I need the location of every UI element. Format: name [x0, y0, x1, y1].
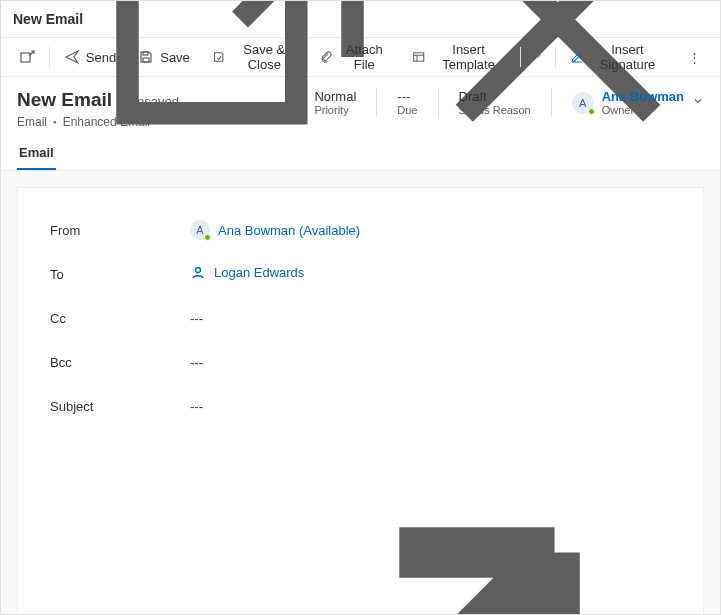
cc-label: Cc [50, 311, 190, 326]
svg-rect-2 [143, 52, 148, 55]
send-label: Send [86, 50, 116, 65]
status-reason-value: Draft [459, 89, 531, 104]
form-selector[interactable]: Enhanced Email [63, 115, 150, 129]
svg-point-5 [196, 267, 201, 272]
insert-signature-button[interactable]: Insert Signature [560, 36, 676, 78]
window-title: New Email [13, 11, 83, 27]
due-label: Due [397, 104, 417, 116]
page-status: - Unsaved [120, 94, 179, 109]
attach-file-button[interactable]: Attach File [309, 36, 400, 78]
save-close-button[interactable]: Save & Close [202, 36, 307, 78]
to-name: Logan Edwards [214, 265, 304, 280]
from-chip[interactable]: A Ana Bowman (Available) [190, 220, 360, 240]
owner-label: Owner [602, 104, 684, 116]
open-icon [19, 49, 35, 65]
due-value: --- [397, 89, 417, 104]
titlebar: New Email [1, 1, 720, 37]
attach-icon [319, 49, 332, 65]
subject-value: --- [190, 399, 671, 414]
attach-label: Attach File [339, 42, 390, 72]
svg-rect-4 [414, 53, 424, 61]
priority-label: Priority [314, 104, 356, 116]
save-icon [138, 49, 154, 65]
avatar: A [572, 92, 594, 114]
bcc-label: Bcc [50, 355, 190, 370]
template-label: Insert Template [431, 42, 505, 72]
chevron-down-icon[interactable] [154, 115, 164, 129]
cc-value: --- [190, 311, 671, 326]
toolbar-divider [520, 47, 521, 67]
header-divider [376, 89, 377, 117]
to-label: To [50, 267, 190, 282]
from-row[interactable]: From A Ana Bowman (Available) [50, 208, 671, 252]
header-divider [438, 89, 439, 117]
status-reason-label: Status Reason [459, 104, 531, 116]
save-close-icon [212, 49, 225, 65]
toolbar-divider [49, 47, 50, 67]
svg-rect-3 [143, 58, 149, 62]
signature-label: Insert Signature [589, 42, 666, 72]
from-name: Ana Bowman (Available) [218, 223, 360, 238]
presence-indicator [588, 108, 595, 115]
presence-indicator [204, 234, 211, 241]
popout-icon[interactable] [90, 0, 390, 171]
entity-label: Email [17, 115, 47, 129]
from-label: From [50, 223, 190, 238]
status-reason-field[interactable]: Draft Status Reason [459, 89, 531, 116]
form-body: From A Ana Bowman (Available) To Logan E… [1, 171, 720, 615]
separator-dot: ● [53, 119, 57, 125]
tab-email[interactable]: Email [17, 139, 56, 170]
page-title: New Email [17, 89, 112, 110]
header-divider [551, 89, 552, 117]
owner-name: Ana Bowman [602, 89, 684, 104]
open-new-window-button[interactable] [9, 43, 45, 71]
avatar-initial: A [196, 224, 203, 236]
insert-template-button[interactable]: Insert Template [402, 36, 516, 78]
window-controls [90, 0, 708, 171]
subject-label: Subject [50, 399, 190, 414]
cc-row[interactable]: Cc --- [50, 296, 671, 340]
save-label: Save [160, 50, 190, 65]
bcc-row[interactable]: Bcc --- [50, 340, 671, 384]
owner-field[interactable]: A Ana Bowman Owner [572, 89, 704, 116]
chevron-down-icon[interactable] [692, 95, 704, 110]
save-button[interactable]: Save [128, 43, 200, 71]
send-icon [64, 49, 80, 65]
overflow-menu-button[interactable]: ⋮ [678, 44, 712, 71]
bcc-value: --- [190, 355, 671, 370]
close-icon[interactable] [408, 0, 708, 171]
save-close-label: Save & Close [231, 42, 297, 72]
priority-field[interactable]: Normal Priority [314, 89, 356, 116]
priority-value: Normal [314, 89, 356, 104]
due-field[interactable]: --- Due [397, 89, 417, 116]
toolbar-divider [555, 47, 556, 67]
avatar-initial: A [579, 97, 586, 109]
send-button[interactable]: Send [54, 43, 126, 71]
subject-row[interactable]: Subject --- [50, 384, 671, 428]
to-row[interactable]: To Logan Edwards [50, 252, 671, 296]
avatar: A [190, 220, 210, 240]
svg-rect-1 [21, 53, 30, 62]
form-card: From A Ana Bowman (Available) To Logan E… [17, 187, 704, 615]
signature-icon [570, 49, 583, 65]
to-chip[interactable]: Logan Edwards [190, 265, 304, 281]
template-dropdown[interactable] [525, 44, 551, 71]
template-icon [412, 49, 425, 65]
contact-icon [190, 265, 206, 281]
